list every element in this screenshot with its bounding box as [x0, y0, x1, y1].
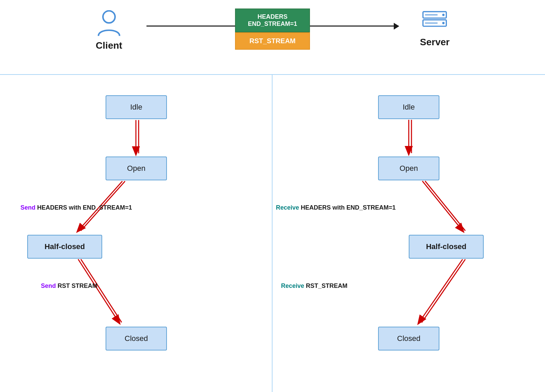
left-idle-state: Idle: [106, 95, 167, 119]
bottom-section: Idle Open Half-closed Closed: [0, 75, 545, 392]
right-open-state: Open: [378, 157, 439, 180]
server-area: Server: [420, 10, 450, 48]
svg-point-3: [442, 14, 445, 16]
top-section: Client HEADERS END_STREAM=1 RST_STREAM S…: [0, 0, 545, 75]
svg-line-17: [419, 259, 463, 323]
headers-box: HEADERS END_STREAM=1: [235, 9, 310, 32]
left-headers-label: Send HEADERS with END_STREAM=1: [20, 204, 132, 211]
svg-point-0: [103, 11, 115, 23]
rst-stream-box: RST_STREAM: [235, 32, 310, 50]
server-icon: [421, 10, 448, 31]
svg-line-15: [422, 181, 463, 231]
client-label: Client: [96, 40, 122, 51]
client-icon: [95, 10, 123, 37]
svg-line-16: [425, 181, 465, 231]
server-label: Server: [420, 37, 450, 48]
right-diagram: Idle Open Half-closed Closed: [272, 75, 545, 392]
svg-line-12: [81, 259, 122, 323]
svg-line-11: [78, 259, 119, 323]
right-idle-state: Idle: [378, 95, 439, 119]
right-rst-label: Receive RST_STREAM: [281, 282, 347, 290]
left-halfclosed-state: Half-closed: [27, 235, 102, 259]
svg-point-4: [442, 22, 445, 24]
message-box-group: HEADERS END_STREAM=1 RST_STREAM: [235, 9, 310, 50]
client-area: Client: [95, 10, 123, 51]
right-headers-label: Receive HEADERS with END_STREAM=1: [276, 204, 396, 211]
left-closed-state: Closed: [106, 327, 167, 350]
right-closed-state: Closed: [378, 327, 439, 350]
right-halfclosed-state: Half-closed: [409, 235, 484, 259]
left-diagram: Idle Open Half-closed Closed: [0, 75, 272, 392]
left-rst-label: Send RST STREAM: [41, 282, 97, 290]
svg-line-18: [422, 259, 465, 323]
left-open-state: Open: [106, 157, 167, 180]
